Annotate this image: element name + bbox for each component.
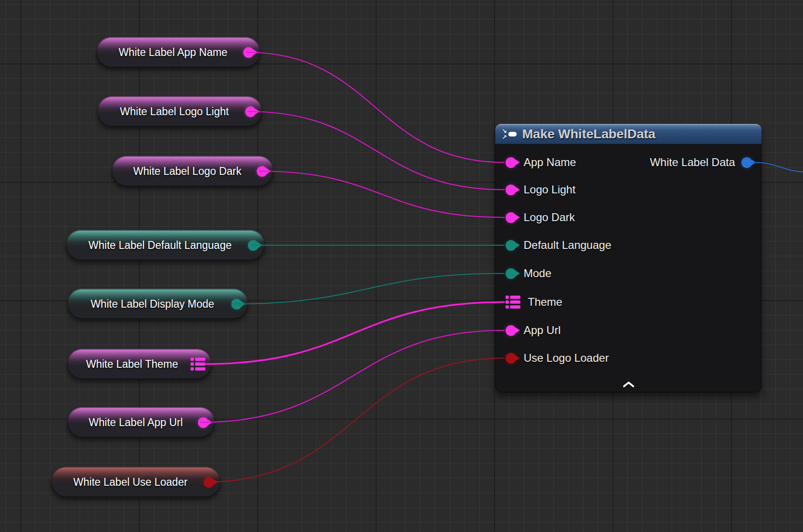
input-pin-label: Default Language: [524, 239, 612, 252]
input-pin-row-mode: Mode: [506, 266, 551, 281]
getter-node-default-language[interactable]: White Label Default Language: [66, 230, 265, 260]
input-pin-label: App Name: [524, 156, 576, 169]
input-pin-row-theme: Theme: [506, 294, 562, 310]
getter-node-label: White Label App Url: [76, 416, 198, 429]
input-pin-label: Use Logo Loader: [524, 352, 609, 365]
getter-node-theme[interactable]: White Label Theme: [67, 349, 212, 379]
getter-node-label: White Label Theme: [76, 358, 191, 371]
app-name-output-pin[interactable]: [243, 47, 254, 58]
input-pin-label: App Url: [524, 324, 561, 337]
white-label-data-output-pin[interactable]: [741, 157, 752, 168]
wire-logo-light-to-logo-light[interactable]: [247, 111, 504, 190]
wire-use-loader-to-use-loader[interactable]: [206, 358, 504, 482]
logo-dark-input-pin[interactable]: [506, 212, 516, 223]
wire-display-mode-to-mode[interactable]: [232, 273, 504, 304]
node-title: Make WhiteLabelData: [522, 127, 655, 142]
chevron-up-icon: [623, 381, 635, 388]
input-pin-row-use-loader: Use Logo Loader: [506, 350, 609, 366]
getter-node-app-url[interactable]: White Label App Url: [67, 407, 215, 438]
collapse-node-button[interactable]: [619, 379, 638, 390]
make-whitelabeldata-node[interactable]: ↘ ↗ Make WhiteLabelData App NameLogo Lig…: [495, 124, 761, 392]
input-pin-row-app-name: App Name: [506, 155, 576, 170]
getter-node-label: White Label Default Language: [75, 239, 248, 252]
make-node-header[interactable]: ↘ ↗ Make WhiteLabelData: [495, 124, 761, 144]
logo-dark-output-pin[interactable]: [257, 166, 267, 177]
blueprint-graph-canvas[interactable]: White Label App NameWhite Label Logo Lig…: [0, 0, 803, 532]
wire-app-name-to-app-name[interactable]: [247, 52, 504, 162]
theme-output-pin[interactable]: [191, 358, 205, 371]
default-language-input-pin[interactable]: [506, 240, 516, 251]
input-pin-row-default-language: Default Language: [506, 237, 612, 253]
input-pin-row-app-url: App Url: [506, 322, 561, 338]
getter-node-label: White Label App Name: [105, 46, 243, 59]
getter-node-display-mode[interactable]: White Label Display Mode: [67, 289, 248, 319]
app-url-output-pin[interactable]: [198, 417, 209, 428]
input-pin-row-logo-light: Logo Light: [506, 182, 575, 198]
mode-input-pin[interactable]: [506, 268, 516, 279]
struct-capsule-icon: [508, 132, 517, 136]
input-pin-label: Logo Light: [524, 183, 575, 196]
wire-logo-dark-to-logo-dark[interactable]: [259, 171, 504, 217]
app-name-input-pin[interactable]: [506, 157, 516, 168]
getter-node-label: White Label Display Mode: [76, 298, 231, 310]
input-pin-row-logo-dark: Logo Dark: [506, 210, 575, 225]
use-loader-input-pin[interactable]: [506, 353, 516, 364]
input-pin-label: Logo Dark: [524, 211, 575, 224]
default-language-output-pin[interactable]: [248, 240, 259, 251]
display-mode-output-pin[interactable]: [231, 299, 242, 309]
make-struct-icon: ↘ ↗: [502, 128, 517, 140]
getter-node-logo-dark[interactable]: White Label Logo Dark: [111, 156, 274, 186]
app-url-input-pin[interactable]: [506, 325, 516, 336]
input-pin-label: Mode: [524, 267, 551, 280]
getter-node-label: White Label Logo Dark: [121, 165, 257, 178]
wire-app-url-to-app-url[interactable]: [200, 330, 504, 422]
getter-node-label: White Label Logo Light: [106, 105, 245, 118]
getter-node-logo-light[interactable]: White Label Logo Light: [97, 96, 262, 127]
input-pin-label: Theme: [528, 296, 562, 309]
getter-node-app-name[interactable]: White Label App Name: [96, 37, 260, 68]
arrow-upright-icon: ↗: [502, 134, 507, 140]
wire-theme-to-theme[interactable]: [204, 302, 504, 364]
output-pin-label: White Label Data: [650, 156, 735, 169]
logo-light-output-pin[interactable]: [245, 106, 256, 117]
logo-light-input-pin[interactable]: [506, 185, 516, 195]
output-pin-row: White Label Data: [650, 155, 752, 170]
getter-node-use-loader[interactable]: White Label Use Loader: [51, 467, 221, 497]
getter-node-label: White Label Use Loader: [60, 476, 204, 489]
theme-input-pin[interactable]: [506, 296, 520, 309]
use-loader-output-pin[interactable]: [204, 477, 214, 488]
